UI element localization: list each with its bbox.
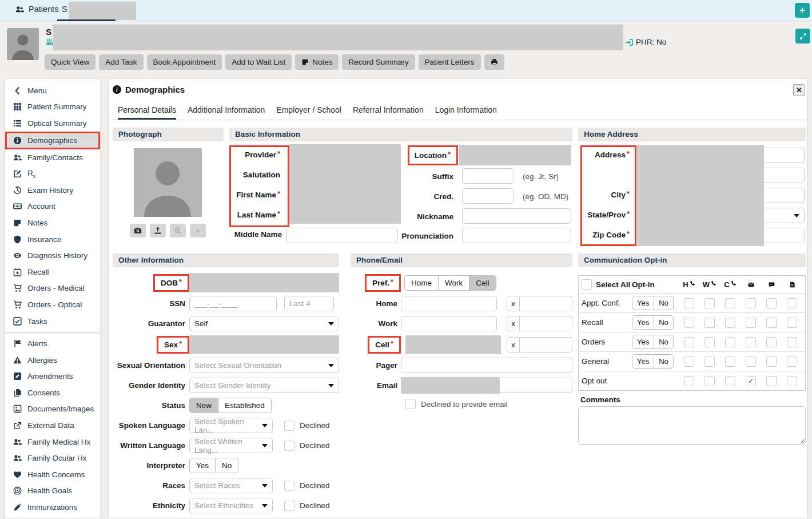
sidebar-item-recall[interactable]: Recall <box>5 264 100 280</box>
sidebar-item-tasks[interactable]: Tasks <box>5 313 100 330</box>
recall-home-phone-checkbox[interactable] <box>684 318 694 328</box>
recall-work-phone-checkbox[interactable] <box>704 318 715 328</box>
home-ext-input[interactable] <box>520 296 572 311</box>
sidebar-item-orders-optical[interactable]: Orders - Optical <box>5 296 100 313</box>
ethnicity-select[interactable]: Select Ethnicities <box>189 498 273 513</box>
opt-out-cell-phone-checkbox[interactable] <box>725 376 735 386</box>
written-language-declined-checkbox[interactable] <box>284 441 294 451</box>
appt-conf-work-phone-checkbox[interactable] <box>704 298 715 308</box>
middle-name-input[interactable] <box>286 228 398 243</box>
sidebar-item-menu[interactable]: Menu <box>5 82 100 99</box>
opt-out-text-message-checkbox[interactable] <box>766 376 777 386</box>
sidebar-item-insurance[interactable]: Insurance <box>5 231 100 248</box>
sidebar-item-account[interactable]: Account <box>5 199 100 215</box>
sidebar-item-rx[interactable]: Rx <box>5 165 100 182</box>
pager-input[interactable] <box>401 358 572 373</box>
sidebar-item-consents[interactable]: Consents <box>5 385 100 401</box>
general-letter-checkbox[interactable] <box>787 356 797 367</box>
expand-button[interactable] <box>795 29 810 43</box>
sidebar-item-demographics[interactable]: Demographics <box>5 132 100 149</box>
general-yes-button[interactable]: Yes <box>632 355 654 368</box>
tab-employer-school[interactable]: Employer / School <box>276 105 341 120</box>
appt-conf-email-checkbox[interactable] <box>746 298 756 308</box>
cell-ext-input[interactable] <box>520 338 572 352</box>
work-phone-input[interactable] <box>401 316 497 331</box>
sidebar-item-notes[interactable]: Notes <box>5 215 100 231</box>
sidebar-item-exam-history[interactable]: Exam History <box>5 182 100 199</box>
appt-conf-letter-checkbox[interactable] <box>787 298 797 308</box>
sidebar-item-external-data[interactable]: External Data <box>5 417 100 434</box>
add-to-wait-list-button[interactable]: Add to Wait List <box>225 54 292 70</box>
sidebar-item-diagnosis-history[interactable]: Diagnosis History <box>5 247 100 264</box>
recall-cell-phone-checkbox[interactable] <box>725 318 735 328</box>
spoken-language-select[interactable]: Select Spoken Lan... <box>189 418 273 433</box>
spoken-language-declined-checkbox[interactable] <box>284 421 294 431</box>
sidebar-item-health-goals[interactable]: Health Goals <box>5 483 100 500</box>
orders-yes-button[interactable]: Yes <box>632 335 654 348</box>
interpreter-option-no[interactable]: No <box>216 458 238 473</box>
pref-option-cell[interactable]: Cell <box>469 276 495 290</box>
sidebar-item-documents-images[interactable]: Documents/Images <box>5 401 100 418</box>
nav-patients[interactable]: Patients <box>15 5 58 14</box>
home-phone-input[interactable] <box>401 296 497 311</box>
sidebar-item-health-concerns[interactable]: Health Concerns <box>5 466 100 483</box>
patient-tab-label[interactable]: S <box>62 5 67 14</box>
opt-out-work-phone-checkbox[interactable] <box>704 376 715 386</box>
recall-text-message-checkbox[interactable] <box>766 318 777 328</box>
interpreter-option-yes[interactable]: Yes <box>190 458 216 473</box>
sidebar-item-alerts[interactable]: Alerts <box>5 335 100 352</box>
zoom-photo-button[interactable] <box>170 224 186 237</box>
orders-cell-phone-checkbox[interactable] <box>725 337 735 347</box>
opt-out-email-checkbox[interactable] <box>746 376 756 386</box>
general-email-checkbox[interactable] <box>746 356 756 367</box>
pronunciation-input[interactable] <box>462 228 571 243</box>
orders-no-button[interactable]: No <box>654 335 673 348</box>
gender-identity-select[interactable]: Select Gender Identity <box>189 378 339 393</box>
camera-button[interactable] <box>130 224 146 237</box>
tab-referral-information[interactable]: Referral Information <box>353 105 424 120</box>
races-select[interactable]: Select Races <box>189 478 273 493</box>
pref-option-work[interactable]: Work <box>439 276 469 290</box>
declined-email-checkbox[interactable] <box>405 399 416 409</box>
suffix-input[interactable] <box>462 168 514 184</box>
nickname-input[interactable] <box>462 208 571 224</box>
notes-button[interactable]: Notes <box>295 54 339 70</box>
orders-text-message-checkbox[interactable] <box>766 337 777 347</box>
upload-photo-button[interactable] <box>150 224 166 237</box>
remove-photo-button[interactable]: × <box>190 224 206 237</box>
sidebar-item-family-medical-hx[interactable]: Family Medical Hx <box>5 434 100 450</box>
recall-letter-checkbox[interactable] <box>787 318 797 328</box>
appt-conf-text-message-checkbox[interactable] <box>766 298 777 308</box>
general-text-message-checkbox[interactable] <box>766 356 777 367</box>
opt-out-home-phone-checkbox[interactable] <box>684 376 694 386</box>
book-appointment-button[interactable]: Book Appointment <box>147 54 222 70</box>
close-panel-button[interactable]: ✕ <box>793 84 805 96</box>
general-home-phone-checkbox[interactable] <box>684 356 694 367</box>
add-task-button[interactable]: Add Task <box>99 54 143 70</box>
appt-conf-cell-phone-checkbox[interactable] <box>725 298 735 308</box>
sidebar-item-implantable-devices[interactable]: Implantable Devices <box>5 516 100 519</box>
ssn-input[interactable] <box>189 296 277 311</box>
appt-conf-no-button[interactable]: No <box>654 296 673 310</box>
opt-out-letter-checkbox[interactable] <box>787 376 797 386</box>
status-option-established[interactable]: Established <box>218 398 271 413</box>
cred-input[interactable] <box>462 188 514 204</box>
tab-personal-details[interactable]: Personal Details <box>118 105 176 120</box>
recall-yes-button[interactable]: Yes <box>632 316 654 329</box>
comments-textarea[interactable] <box>578 406 806 445</box>
sidebar-item-patient-summary[interactable]: Patient Summary <box>5 99 100 116</box>
guarantor-select[interactable]: Self <box>189 316 339 331</box>
sidebar-item-allergies[interactable]: Allergies <box>5 352 100 369</box>
races-declined-checkbox[interactable] <box>284 481 294 491</box>
sidebar-item-family-ocular-hx[interactable]: Family Ocular Hx <box>5 450 100 466</box>
orders-home-phone-checkbox[interactable] <box>684 337 694 347</box>
record-summary-button[interactable]: Record Summary <box>342 54 415 70</box>
print-button[interactable] <box>484 54 504 70</box>
quick-view-button[interactable]: Quick View <box>45 54 95 70</box>
orders-email-checkbox[interactable] <box>746 337 756 347</box>
ethnicity-declined-checkbox[interactable] <box>284 501 294 511</box>
tab-additional-information[interactable]: Additional Information <box>188 105 265 120</box>
orders-letter-checkbox[interactable] <box>787 337 797 347</box>
work-ext-input[interactable] <box>520 316 572 331</box>
sexual-orientation-select[interactable]: Select Sexual Orientation <box>189 358 339 373</box>
